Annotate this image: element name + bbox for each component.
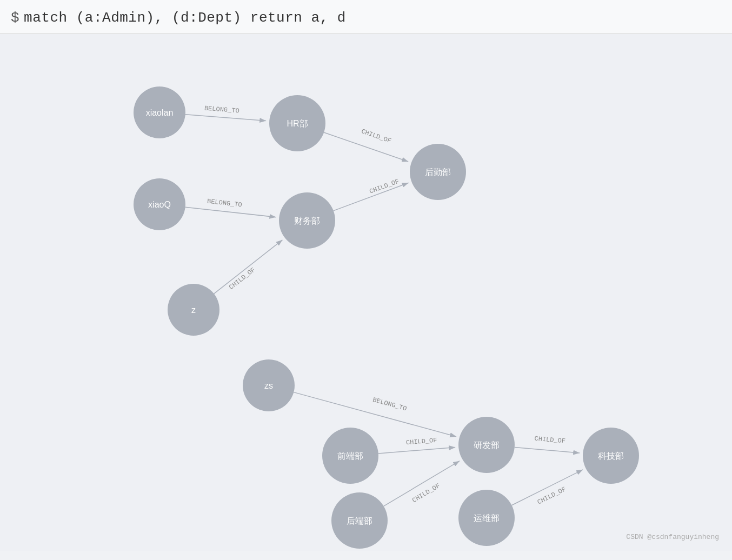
watermark: CSDN @csdnfanguyinheng (626, 533, 719, 541)
node-HQ[interactable]: 后勤部 (410, 144, 466, 200)
node-label-QD: 前端部 (337, 451, 363, 461)
node-label-HR: HR部 (287, 119, 308, 128)
edge-line (515, 448, 580, 453)
edge-label: BELONG_TO (207, 198, 242, 209)
node-CW[interactable]: 财务部 (279, 192, 335, 249)
edge-line (378, 448, 455, 454)
node-zs[interactable]: zs (243, 359, 295, 411)
node-HD[interactable]: 后端部 (331, 492, 388, 549)
node-label-HQ: 后勤部 (425, 168, 451, 177)
node-YW[interactable]: 运维部 (458, 490, 515, 546)
node-QD[interactable]: 前端部 (322, 428, 378, 484)
graph-area: BELONG_TOBELONG_TOCHILD_OFCHILD_OFCHILD_… (0, 34, 732, 551)
node-YF[interactable]: 研发部 (458, 417, 515, 473)
edge-label: CHILD_OF (228, 266, 257, 291)
edge-line (324, 132, 408, 162)
node-HR[interactable]: HR部 (269, 95, 325, 151)
edge-label: CHILD_OF (369, 178, 401, 196)
node-KJ[interactable]: 科技部 (583, 428, 639, 484)
edge-label: CHILD_OF (536, 485, 568, 506)
node-xiaolan[interactable]: xiaolan (134, 86, 185, 138)
dollar-sign: $ (11, 10, 19, 26)
node-label-YF: 研发部 (474, 441, 500, 450)
edge-label: CHILD_OF (405, 437, 437, 447)
node-label-zs: zs (264, 381, 273, 390)
edge-line (185, 207, 276, 217)
edge-label: BELONG_TO (372, 396, 408, 413)
cypher-query: match (a:Admin), (d:Dept) return a, d (24, 10, 346, 26)
node-label-xiaolan: xiaolan (146, 108, 174, 117)
edge-label: CHILD_OF (534, 435, 566, 445)
edge-label: CHILD_OF (360, 128, 392, 145)
node-label-xiaoQ: xiaoQ (148, 200, 171, 209)
node-label-HD: 后端部 (347, 516, 372, 525)
node-label-CW: 财务部 (294, 216, 320, 225)
node-label-KJ: 科技部 (598, 451, 624, 461)
edge-label: CHILD_OF (411, 482, 442, 505)
edge-line (185, 115, 266, 121)
node-label-z: z (191, 305, 196, 315)
node-xiaoQ[interactable]: xiaoQ (134, 178, 185, 230)
code-line: $match (a:Admin), (d:Dept) return a, d (11, 10, 721, 26)
edge-line (214, 240, 283, 294)
node-z[interactable]: z (168, 284, 219, 336)
edge-label: BELONG_TO (204, 104, 239, 115)
header: $match (a:Admin), (d:Dept) return a, d (0, 0, 732, 34)
node-label-YW: 运维部 (474, 514, 500, 523)
graph-svg: BELONG_TOBELONG_TOCHILD_OFCHILD_OFCHILD_… (0, 34, 732, 551)
